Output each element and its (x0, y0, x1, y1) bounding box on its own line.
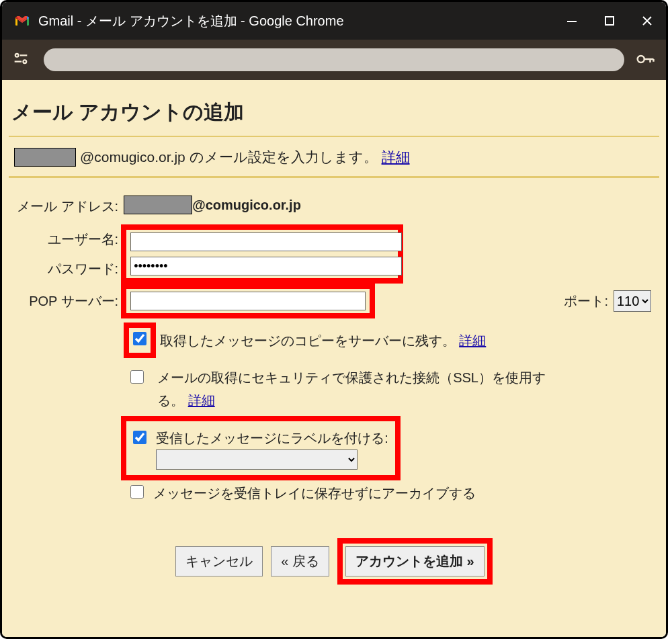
svg-rect-0 (567, 21, 577, 22)
window-close-button[interactable] (628, 2, 666, 40)
archive-label: メッセージを受信トレイに保存せずにアーカイブする (153, 482, 476, 505)
subtitle-text: @comugico.or.jp のメール設定を入力します。 (80, 148, 378, 167)
leave-copy-label: 取得したメッセージのコピーをサーバーに残す。 (160, 333, 456, 348)
tune-icon[interactable] (11, 49, 33, 71)
leave-copy-learn-more-link[interactable]: 詳細 (459, 333, 486, 348)
password-label: パスワード: (14, 254, 121, 284)
port-select[interactable]: 110 (614, 290, 651, 312)
svg-rect-1 (605, 17, 614, 25)
url-field[interactable] (44, 48, 624, 71)
cancel-button[interactable]: キャンセル (175, 546, 263, 576)
label-incoming-label: 受信したメッセージにラベルを付ける: (156, 427, 388, 449)
svg-point-6 (638, 56, 644, 62)
username-input[interactable] (130, 232, 402, 251)
redacted-email-local (14, 148, 76, 167)
redacted-email-local-2 (124, 196, 192, 214)
vpn-key-icon[interactable] (635, 49, 657, 71)
page-content: メール アカウントの追加 @comugico.or.jp のメール設定を入力しま… (2, 80, 666, 639)
pop-server-label: POP サーバー: (14, 284, 121, 318)
add-account-button[interactable]: アカウントを追加 » (345, 546, 485, 576)
label-incoming-checkbox[interactable] (133, 431, 146, 444)
svg-point-2 (15, 54, 19, 57)
back-button[interactable]: « 戻る (271, 546, 329, 576)
learn-more-link[interactable]: 詳細 (382, 148, 410, 167)
pop-server-input[interactable] (130, 292, 366, 310)
page-heading: メール アカウントの追加 (9, 88, 659, 137)
archive-checkbox[interactable] (130, 485, 144, 499)
svg-point-4 (24, 60, 27, 63)
page-subtitle: @comugico.or.jp のメール設定を入力します。 詳細 (9, 137, 659, 178)
ssl-checkbox[interactable] (130, 370, 144, 384)
email-domain: @comugico.or.jp (192, 198, 301, 213)
ssl-learn-more-link[interactable]: 詳細 (188, 393, 215, 408)
email-label: メール アドレス: (14, 191, 121, 222)
label-select[interactable] (156, 449, 358, 470)
browser-address-bar (2, 40, 666, 80)
window-minimize-button[interactable] (553, 2, 591, 40)
gmail-icon (14, 13, 30, 29)
window-titlebar: Gmail - メール アカウントを追加 - Google Chrome (2, 2, 666, 40)
username-label: ユーザー名: (48, 232, 119, 247)
ssl-label: メールの取得にセキュリティで保護された接続（SSL）を使用する。 (157, 370, 546, 408)
password-input[interactable] (130, 257, 402, 275)
window-maximize-button[interactable] (591, 2, 628, 40)
port-label: ポート: (561, 284, 611, 318)
leave-copy-checkbox[interactable] (133, 332, 146, 345)
window-title: Gmail - メール アカウントを追加 - Google Chrome (38, 12, 553, 30)
